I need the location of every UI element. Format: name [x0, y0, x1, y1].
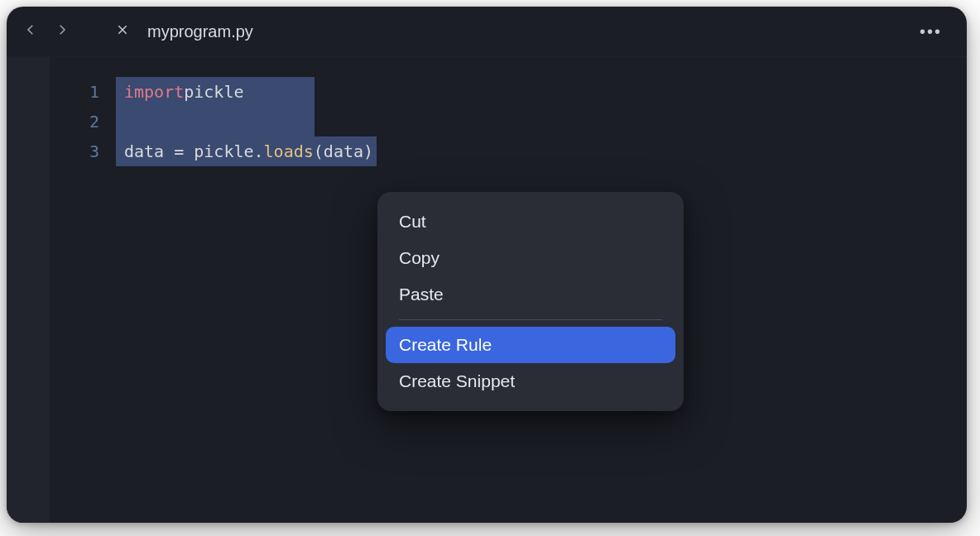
editor-window: myprogram.py ••• 1 2 3 import pickle dat [7, 7, 967, 523]
menu-item-copy[interactable]: Copy [386, 240, 675, 276]
menu-item-cut[interactable]: Cut [386, 203, 675, 240]
left-margin [7, 57, 50, 523]
menu-item-create-snippet[interactable]: Create Snippet [386, 363, 675, 400]
token-args: data [324, 136, 363, 166]
more-icon[interactable]: ••• [920, 22, 942, 41]
nav-arrows [23, 22, 98, 41]
selection: import pickle [116, 77, 315, 107]
context-menu: Cut Copy Paste Create Rule Create Snippe… [377, 192, 684, 411]
token-function: loads [264, 136, 314, 166]
titlebar: myprogram.py ••• [7, 7, 967, 56]
close-icon[interactable] [116, 23, 129, 40]
menu-divider [399, 319, 662, 320]
selection [116, 107, 315, 136]
menu-item-paste[interactable]: Paste [386, 276, 675, 313]
token-paren-open: ( [314, 136, 324, 166]
token-paren-close: ) [363, 136, 373, 166]
back-icon[interactable] [23, 22, 38, 41]
token-prefix: data = pickle. [124, 136, 264, 166]
code-line-3: data = pickle.loads(data) [116, 136, 967, 166]
code-line-2 [116, 107, 967, 136]
gutter-line: 1 [50, 77, 99, 107]
gutter-line: 2 [50, 107, 99, 136]
code-line-1: import pickle [116, 77, 967, 107]
token-module: pickle [184, 77, 243, 107]
line-gutter: 1 2 3 [50, 57, 116, 523]
selection: data = pickle.loads(data) [116, 136, 377, 166]
gutter-line: 3 [50, 136, 99, 166]
token-keyword: import [124, 77, 184, 107]
tab-myprogram[interactable]: myprogram.py [98, 7, 279, 56]
forward-icon[interactable] [55, 22, 70, 41]
menu-item-create-rule[interactable]: Create Rule [386, 327, 675, 363]
tab-label: myprogram.py [147, 22, 253, 41]
